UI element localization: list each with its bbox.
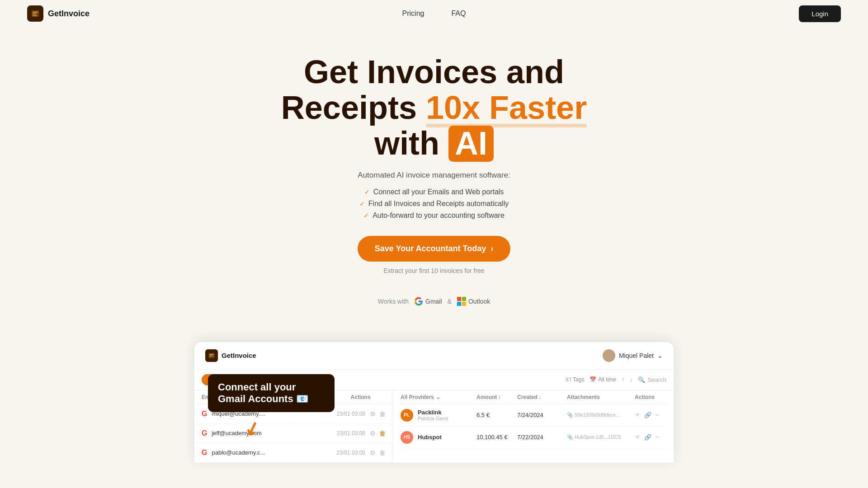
remove-icon-2[interactable]: − xyxy=(655,433,659,441)
svg-rect-7 xyxy=(462,301,466,305)
provider-badge-2: HS xyxy=(401,431,413,444)
delete-icon-2[interactable]: 🗑 xyxy=(379,430,386,437)
provider-info-1: Packlink Patricia Garre xyxy=(418,409,472,421)
import-icon[interactable]: ↓ xyxy=(630,376,632,383)
feature-1: ✓ Connect all your Emails and Web portal… xyxy=(9,188,859,196)
gmail-icon-1: G xyxy=(202,410,207,418)
actions-header: Actions xyxy=(351,394,386,400)
actions2-header: Actions xyxy=(635,394,666,400)
logo-icon xyxy=(27,5,43,22)
app-table-area: Connect all your Gmail Accounts 📧 ↙ Invo… xyxy=(194,370,674,463)
cta-button[interactable]: Save Your Accountant Today › xyxy=(358,236,510,262)
scan-time-1: 23/01 03:00 xyxy=(337,411,365,417)
logo-label: GetInvoice xyxy=(48,9,90,19)
tags-filter[interactable]: 🏷 Tags xyxy=(566,376,584,383)
svg-rect-5 xyxy=(462,297,466,301)
svg-rect-6 xyxy=(457,301,461,305)
svg-rect-3 xyxy=(33,15,37,16)
created-header: Created ↓ xyxy=(517,394,562,400)
hero-subtitle: Automated AI invoice management software… xyxy=(9,171,859,180)
email-row-3: G pablo@ucademy.c... 23/01 03:00 ⚙ 🗑 xyxy=(194,443,393,463)
link-icon-1[interactable]: 🔗 xyxy=(644,412,651,418)
view-icon-2[interactable]: 👁 xyxy=(635,434,641,441)
login-button[interactable]: Login xyxy=(799,5,841,22)
scan-time-2: 23/01 03:00 xyxy=(337,430,365,436)
attach-val-1: 📎 50e1509d3d8dbce... xyxy=(567,412,630,418)
invoice-column: All Providers ⌄ Amount ↕ Created ↓ Attac… xyxy=(393,390,674,463)
hero-highlight: 10x Faster xyxy=(426,90,587,126)
logo: GetInvoice xyxy=(27,5,90,22)
nav-pricing[interactable]: Pricing xyxy=(402,9,425,18)
scan-time-3: 23/01 03:00 xyxy=(337,450,365,456)
app-preview: GetInvoice Miquel Palet ⌄ Connect all yo… xyxy=(194,342,674,463)
provider-name-2: Hubspot xyxy=(418,434,472,441)
svg-rect-1 xyxy=(33,12,38,13)
email-row-2: G jeff@ucademy.com 23/01 03:00 ⚙ 🗑 xyxy=(194,424,393,443)
user-chevron-icon: ⌄ xyxy=(657,352,663,359)
hero-title: Get Invoices and Receipts 10x Faster wit… xyxy=(231,54,637,162)
app-logo-text: GetInvoice xyxy=(222,352,256,359)
tag-icon: 🏷 xyxy=(566,376,571,383)
sort-icon: ↕ xyxy=(498,394,500,400)
delete-icon-3[interactable]: 🗑 xyxy=(379,449,386,456)
settings-icon-3[interactable]: ⚙ xyxy=(370,449,376,456)
hero-title-line1: Get Invoices and xyxy=(304,54,564,90)
check-icon-2: ✓ xyxy=(359,200,365,207)
search-icon: 🔍 xyxy=(638,376,645,383)
search-box[interactable]: 🔍 Search xyxy=(638,376,666,383)
link-icon-2[interactable]: 🔗 xyxy=(644,434,651,441)
check-icon-1: ✓ xyxy=(364,188,370,196)
remove-icon-1[interactable]: − xyxy=(655,411,659,419)
table-right-controls: 🏷 Tags 📅 All time ↑ ↓ 🔍 Search xyxy=(566,376,666,383)
check-icon-3: ✓ xyxy=(363,212,369,219)
ai-badge: AI xyxy=(448,126,494,161)
delete-icon-1[interactable]: 🗑 xyxy=(379,410,386,418)
gmail-icon-2: G xyxy=(202,429,207,437)
provider-info-2: Hubspot xyxy=(418,434,472,441)
gmail-icon-3: G xyxy=(202,449,207,457)
user-name: Miquel Palet xyxy=(619,352,654,359)
provider-badge-1: PL xyxy=(401,409,413,422)
svg-rect-2 xyxy=(33,14,36,14)
chevron-icon: ⌄ xyxy=(436,394,440,400)
app-user: Miquel Palet ⌄ xyxy=(603,349,663,362)
calendar-icon: 📅 xyxy=(590,376,596,383)
row-actions2-1: 👁 🔗 − xyxy=(635,411,666,419)
time-filter[interactable]: 📅 All time xyxy=(590,376,616,383)
sort-created-icon: ↓ xyxy=(538,394,541,400)
gmail-badge: Gmail xyxy=(414,297,442,306)
amount-val-1: 6.5 € xyxy=(476,412,513,418)
hero-title-line2-prefix: Receipts xyxy=(281,89,426,126)
settings-icon-1[interactable]: ⚙ xyxy=(370,410,376,418)
works-with: Works with Gmail & Outlook xyxy=(9,297,859,306)
tooltip-text: Connect all your Gmail Accounts 📧 xyxy=(218,381,325,405)
nav-links: Pricing FAQ xyxy=(402,9,466,18)
email-addr-3: pablo@ucademy.c... xyxy=(212,449,332,456)
provider-sub-1: Patricia Garre xyxy=(418,416,472,421)
provider-name-1: Packlink xyxy=(418,409,472,416)
provider-header: All Providers ⌄ xyxy=(401,394,472,400)
amount-val-2: 10,100.45 € xyxy=(476,434,513,441)
invoice-col-headers: All Providers ⌄ Amount ↕ Created ↓ Attac… xyxy=(401,390,666,404)
hero-section: Get Invoices and Receipts 10x Faster wit… xyxy=(0,27,868,342)
feature-3: ✓ Auto-forward to your accounting softwa… xyxy=(9,211,859,220)
invoice-row-2: HS Hubspot 10,100.45 € 7/22/2024 📎 HubSp… xyxy=(401,427,666,449)
cta-arrow-icon: › xyxy=(491,244,493,253)
svg-rect-4 xyxy=(457,297,461,301)
hero-title-line3-prefix: with xyxy=(374,125,448,161)
email-row-actions-1: ⚙ 🗑 xyxy=(370,410,386,418)
app-preview-wrapper: GetInvoice Miquel Palet ⌄ Connect all yo… xyxy=(185,342,683,463)
cta-label: Save Your Accountant Today xyxy=(375,244,486,253)
nav-faq[interactable]: FAQ xyxy=(451,9,466,18)
attach-icon-1: 📎 xyxy=(567,412,573,418)
app-logo-icon xyxy=(205,349,218,362)
view-icon-1[interactable]: 👁 xyxy=(635,412,641,418)
invoice-row-1: PL Packlink Patricia Garre 6.5 € 7/24/20… xyxy=(401,404,666,427)
amount-header: Amount ↕ xyxy=(476,394,513,400)
feature-2: ✓ Find all Invoices and Receipts automat… xyxy=(9,200,859,208)
email-row-actions-2: ⚙ 🗑 xyxy=(370,430,386,437)
settings-icon-2[interactable]: ⚙ xyxy=(370,430,376,437)
export-icon[interactable]: ↑ xyxy=(622,376,624,383)
navbar: GetInvoice Pricing FAQ Login xyxy=(0,0,868,27)
tooltip-overlay: Connect all your Gmail Accounts 📧 ↙ xyxy=(208,374,335,413)
